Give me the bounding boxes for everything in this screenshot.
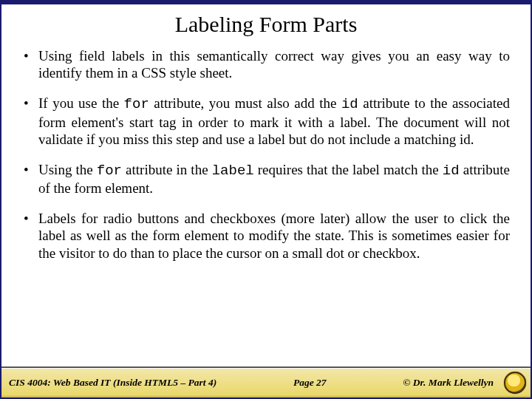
footer-page: Page 27 [216, 377, 403, 389]
code-span: for [124, 96, 149, 112]
slide-footer: CIS 4004: Web Based IT (Inside HTML5 – P… [1, 366, 531, 398]
bullet-item: Using the for attribute in the label req… [22, 161, 510, 197]
bullet-text: attribute, you must also add the [149, 95, 341, 111]
slide: Labeling Form Parts Using field labels i… [0, 0, 532, 399]
bullet-item: Labels for radio buttons and checkboxes … [22, 210, 510, 262]
footer-author: © Dr. Mark Llewellyn [403, 377, 498, 389]
bullet-text: requires that the label match the [254, 162, 443, 177]
code-span: for [97, 163, 122, 179]
bullet-item: If you use the for attribute, you must a… [22, 95, 510, 148]
bullet-text: Using the [38, 162, 97, 177]
bullet-list: Using field labels in this semantically … [22, 47, 510, 262]
code-span: label [212, 163, 254, 179]
bullet-text: Using field labels in this semantically … [38, 48, 510, 81]
ucf-logo-icon [504, 372, 526, 394]
slide-body: Using field labels in this semantically … [1, 41, 531, 366]
bullet-text: attribute in the [122, 162, 212, 177]
bullet-text: If you use the [38, 95, 124, 111]
footer-course: CIS 4004: Web Based IT (Inside HTML5 – P… [9, 377, 216, 389]
bullet-item: Using field labels in this semantically … [22, 47, 510, 81]
code-span: id [443, 163, 460, 179]
bullet-text: Labels for radio buttons and checkboxes … [38, 211, 510, 260]
slide-title: Labeling Form Parts [1, 4, 531, 41]
code-span: id [341, 96, 358, 112]
